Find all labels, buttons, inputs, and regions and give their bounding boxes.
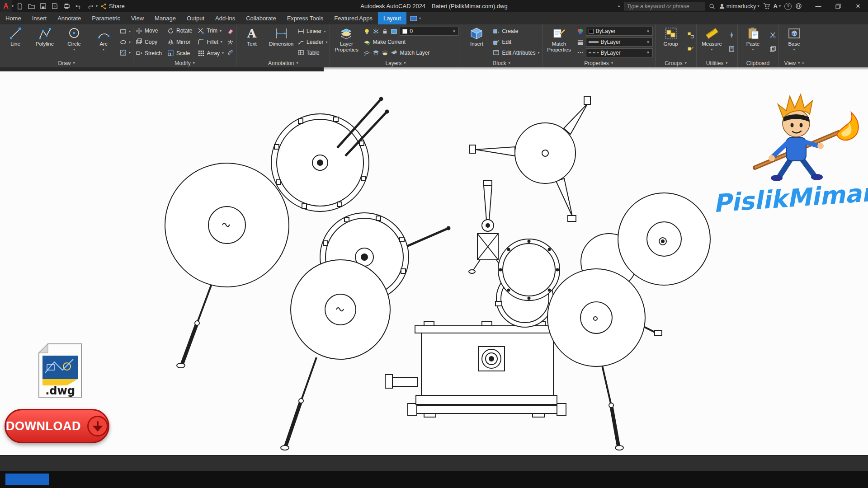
rotate-tool-button[interactable]: Rotate	[167, 26, 192, 36]
panel-label-layers[interactable]: Layers▾	[332, 59, 458, 67]
qat-customize-chevron-icon[interactable]: ▾	[96, 4, 98, 8]
search-icon[interactable]	[709, 3, 715, 9]
rectangle-tool-button[interactable]: ▾	[120, 26, 131, 37]
panel-label-block[interactable]: Block▾	[463, 59, 539, 67]
edit-attributes-button[interactable]: Edit Attributes▾	[493, 47, 539, 58]
account-menu[interactable]: mimarlucky ▾	[719, 3, 760, 9]
ribbon-display-toggle[interactable]: ▾	[406, 12, 425, 24]
id-point-button[interactable]	[728, 30, 735, 40]
polyline-tool-button[interactable]: Polyline	[32, 25, 58, 59]
fillet-tool-button[interactable]: Fillet▾	[198, 37, 224, 47]
layer-isolate-icon[interactable]	[373, 49, 379, 56]
lineweight-combo[interactable]: ByLayer ▼	[586, 38, 653, 47]
paste-button[interactable]: Paste▾	[740, 25, 766, 59]
plot-button[interactable]	[61, 0, 72, 12]
scale-tool-button[interactable]: Scale	[167, 48, 192, 58]
open-file-button[interactable]	[25, 0, 37, 12]
tab-annotate[interactable]: Annotate	[52, 12, 86, 24]
arc-dropdown-icon[interactable]: ▾	[103, 48, 104, 52]
search-history-chevron-icon[interactable]: ▸	[618, 4, 620, 8]
table-button[interactable]: Table	[297, 47, 327, 58]
measure-button[interactable]: Measure▾	[699, 25, 725, 59]
base-dropdown-icon[interactable]: ▾	[793, 48, 795, 52]
layer-color-icon[interactable]	[391, 28, 397, 35]
stretch-tool-button[interactable]: Stretch	[136, 48, 162, 58]
tab-home[interactable]: Home	[0, 12, 27, 24]
edit-block-button[interactable]: Edit	[493, 37, 539, 47]
offset-tool-button[interactable]	[227, 47, 234, 58]
group-button[interactable]: Group	[658, 25, 684, 59]
erase-tool-button[interactable]	[227, 26, 234, 37]
save-button[interactable]	[37, 0, 49, 12]
panel-label-utilities[interactable]: Utilities▾	[699, 59, 735, 67]
hatch-tool-button[interactable]: ▾	[120, 47, 131, 58]
arc-tool-button[interactable]: Arc▾	[90, 25, 117, 59]
cut-button[interactable]	[769, 30, 776, 40]
leader-button[interactable]: Leader▾	[297, 37, 327, 47]
panel-label-properties[interactable]: Properties▾	[545, 59, 653, 67]
array-tool-button[interactable]: Array▾	[198, 48, 224, 58]
make-current-button[interactable]: Make Current	[363, 37, 458, 47]
undo-button[interactable]	[72, 0, 84, 12]
layer-lock-icon[interactable]	[382, 28, 388, 35]
autocad-logo[interactable]: A	[0, 0, 12, 12]
tab-view[interactable]: View	[126, 12, 149, 24]
new-file-button[interactable]	[14, 0, 25, 12]
tab-layout[interactable]: Layout	[378, 12, 406, 24]
share-button[interactable]: Share	[100, 3, 125, 9]
circle-tool-button[interactable]: Circle▾	[61, 25, 87, 59]
panel-label-draw[interactable]: Draw▾	[2, 59, 131, 67]
drawing-canvas[interactable]: PislikMimar .dwg DOWNLOAD	[0, 67, 868, 455]
panel-label-clipboard[interactable]: Clipboard	[740, 59, 776, 67]
tab-featured-apps[interactable]: Featured Apps	[329, 12, 378, 24]
paste-dropdown-icon[interactable]: ▾	[752, 48, 754, 52]
copy-clip-button[interactable]	[769, 44, 776, 54]
tab-addins[interactable]: Add-ins	[210, 12, 241, 24]
close-button[interactable]: ✕	[848, 0, 868, 12]
dimension-tool-button[interactable]: Dimension	[268, 25, 294, 59]
tab-output[interactable]: Output	[181, 12, 210, 24]
panel-label-annotation[interactable]: Annotation▾	[239, 59, 327, 67]
ungroup-button[interactable]	[687, 30, 694, 40]
panel-label-groups[interactable]: Groups▾	[658, 59, 694, 67]
move-tool-button[interactable]: Move	[136, 26, 162, 36]
layer-select-combo[interactable]: 0 ▼	[400, 27, 458, 36]
base-view-button[interactable]: Base▾	[781, 25, 807, 59]
redo-button[interactable]	[84, 0, 96, 12]
save-as-button[interactable]	[49, 0, 61, 12]
layer-properties-button[interactable]: Layer Properties	[332, 25, 360, 59]
autodesk-app-menu[interactable]: A ▾	[774, 3, 781, 9]
layer-on-icon[interactable]	[363, 28, 370, 35]
cart-icon[interactable]	[763, 3, 770, 9]
linetype-combo[interactable]: ByLayer ▼	[586, 48, 653, 57]
minimize-button[interactable]: —	[808, 0, 828, 12]
mirror-tool-button[interactable]: Mirror	[167, 37, 192, 47]
download-button[interactable]: DOWNLOAD	[5, 409, 109, 443]
group-edit-button[interactable]	[687, 44, 694, 54]
ellipse-tool-button[interactable]: ▾	[120, 37, 131, 47]
layer-prev-icon[interactable]	[363, 49, 370, 56]
quick-calc-button[interactable]	[728, 44, 735, 54]
tab-collaborate[interactable]: Collaborate	[241, 12, 282, 24]
trim-tool-button[interactable]: Trim▾	[198, 26, 224, 36]
tab-parametric[interactable]: Parametric	[86, 12, 126, 24]
tab-express-tools[interactable]: Express Tools	[282, 12, 329, 24]
panel-label-modify[interactable]: Modify▾	[136, 59, 234, 67]
restore-button[interactable]	[828, 0, 848, 12]
line-tool-button[interactable]: Line	[2, 25, 28, 59]
measure-dropdown-icon[interactable]: ▾	[711, 48, 713, 52]
tab-manage[interactable]: Manage	[149, 12, 181, 24]
tab-insert[interactable]: Insert	[27, 12, 52, 24]
connect-icon[interactable]	[795, 3, 802, 9]
create-block-button[interactable]: Create	[493, 26, 539, 37]
circle-dropdown-icon[interactable]: ▾	[73, 48, 75, 52]
layer-unisolate-icon[interactable]	[382, 49, 388, 56]
linear-dimension-button[interactable]: Linear▾	[297, 26, 327, 37]
object-color-combo[interactable]: ByLayer ▼	[586, 27, 653, 36]
copy-tool-button[interactable]: Copy	[136, 37, 162, 47]
text-tool-button[interactable]: A Text	[239, 25, 265, 59]
explode-tool-button[interactable]	[227, 37, 234, 47]
panel-label-view[interactable]: View▾»	[781, 59, 807, 67]
match-properties-button[interactable]: Match Properties	[545, 25, 574, 59]
search-input[interactable]	[624, 2, 705, 10]
